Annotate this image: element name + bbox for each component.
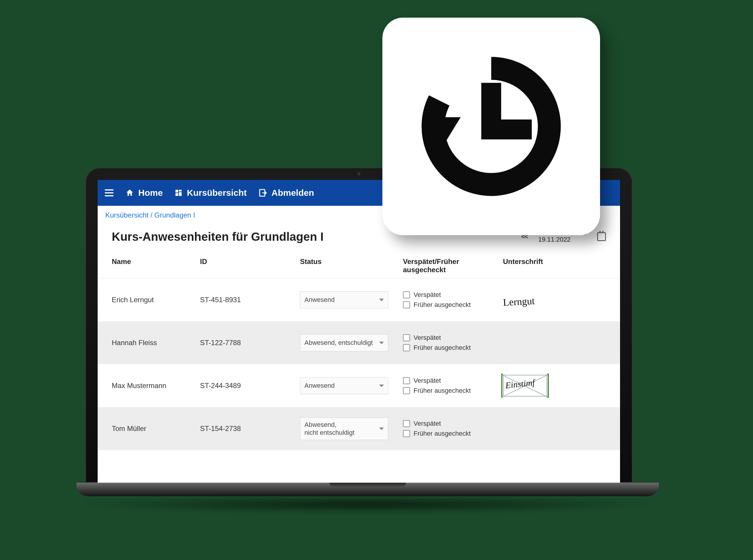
checkbox-late[interactable]: Verspätet [403,377,503,384]
laptop-base [76,483,659,496]
nav-home[interactable]: Home [125,188,163,198]
checkbox-late-label: Verspätet [413,377,441,384]
col-signature: Unterschrift [503,258,606,274]
table-body: Erich LerngutST-451-8931AnwesendVerspäte… [98,278,620,450]
cell-id: ST-244-3489 [200,382,300,390]
chevron-down-icon [379,342,384,344]
signature-placeholder[interactable]: Einstimf [503,375,547,397]
cell-late-early: VerspätetFrüher ausgecheckt [403,377,503,395]
cell-id: ST-122-7788 [200,339,300,347]
hamburger-icon [105,189,114,196]
checkbox-icon [403,291,410,298]
table-header: Name ID Status Verspätet/Früher ausgeche… [98,254,620,278]
signature-handwriting: Lerngut [503,292,606,308]
nav-home-label: Home [138,188,163,198]
svg-rect-3 [176,193,178,196]
chevron-down-icon [379,384,384,387]
status-select-value: Abwesend, entschuldigt [305,339,373,347]
checkbox-icon [403,334,410,341]
table-row: Hannah FleissST-122-7788Abwesend, entsch… [98,321,620,364]
cell-name: Erich Lerngut [112,296,200,304]
checkbox-late-label: Verspätet [413,291,441,299]
cell-late-early: VerspätetFrüher ausgecheckt [403,291,503,309]
nav-overview[interactable]: Kursübersicht [174,188,247,198]
menu-button[interactable] [105,189,114,196]
cell-signature: Lerngut [503,294,606,305]
cell-name: Tom Müller [112,424,200,433]
status-select[interactable]: Anwesend [300,291,388,308]
checkbox-early-label: Früher ausgecheckt [413,301,471,309]
cell-name: Max Mustermann [112,382,200,390]
home-icon [125,188,134,197]
checkbox-icon [403,387,410,394]
cell-status: Anwesend [300,291,403,308]
svg-rect-2 [179,192,182,196]
cell-late-early: VerspätetFrüher ausgecheckt [403,420,503,437]
cell-late-early: VerspätetFrüher ausgecheckt [403,334,503,352]
status-select[interactable]: Abwesend, entschuldigt [300,334,388,351]
laptop-notch [329,483,406,487]
cell-id: ST-451-8931 [200,296,300,304]
checkbox-late[interactable]: Verspätet [403,291,503,299]
nav-overview-label: Kursübersicht [187,188,247,198]
page-title: Kurs-Anwesenheiten für Grundlagen I [112,230,324,243]
checkbox-late-label: Verspätet [413,334,441,342]
checkbox-early[interactable]: Früher ausgecheckt [403,344,503,352]
cell-status: Anwesend [300,377,403,394]
checkbox-icon [403,377,410,384]
col-name: Name [112,258,200,274]
checkbox-icon [403,344,410,351]
date-value: 19.11.2022 [538,236,586,243]
breadcrumb-separator: / [150,211,152,219]
status-select-value: Anwesend [305,382,335,390]
checkbox-early-label: Früher ausgecheckt [413,430,471,437]
laptop-camera [357,172,361,176]
col-late: Verspätet/Früher ausgecheckt [403,258,503,274]
checkbox-late-label: Verspätet [413,420,441,427]
svg-rect-0 [176,190,178,193]
table-row: Tom MüllerST-154-2738Abwesend, nicht ent… [98,407,620,450]
checkbox-early[interactable]: Früher ausgecheckt [403,387,503,395]
cell-signature: Einstimf [503,375,606,397]
checkbox-early[interactable]: Früher ausgecheckt [403,301,503,309]
nav-logout[interactable]: Abmelden [258,188,314,198]
checkbox-icon [403,430,410,437]
chevron-down-icon [379,299,384,301]
breadcrumb-root[interactable]: Kursübersicht [105,211,149,219]
table-row: Max MustermannST-244-3489AnwesendVerspät… [98,364,620,407]
status-select[interactable]: Anwesend [300,377,388,394]
breadcrumb-leaf[interactable]: Grundlagen I [154,211,195,219]
nav-logout-label: Abmelden [271,188,314,198]
overlay-history-card [382,18,600,235]
table-row: Erich LerngutST-451-8931AnwesendVerspäte… [98,278,620,321]
status-select[interactable]: Abwesend, nicht entschuldigt [300,417,388,440]
checkbox-icon [403,301,410,308]
cell-name: Hannah Fleiss [112,339,200,347]
svg-rect-1 [179,190,182,192]
checkbox-icon [403,420,410,427]
status-select-value: Abwesend, nicht entschuldigt [305,421,354,437]
checkbox-early-label: Früher ausgecheckt [413,344,471,352]
checkbox-early[interactable]: Früher ausgecheckt [403,430,503,437]
cell-id: ST-154-2738 [200,424,300,433]
calendar-icon[interactable] [597,232,606,241]
status-select-value: Anwesend [305,296,335,304]
col-id: ID [200,258,300,274]
dashboard-icon [174,189,183,197]
history-clock-icon [415,50,568,203]
checkbox-late[interactable]: Verspätet [403,420,503,427]
cell-status: Abwesend, entschuldigt [300,334,403,351]
laptop-shadow [76,496,659,513]
cell-status: Abwesend, nicht entschuldigt [300,417,403,440]
chevron-down-icon [379,427,384,430]
logout-icon [258,188,267,197]
col-status: Status [300,258,403,274]
checkbox-late[interactable]: Verspätet [403,334,503,342]
checkbox-early-label: Früher ausgecheckt [413,387,471,395]
